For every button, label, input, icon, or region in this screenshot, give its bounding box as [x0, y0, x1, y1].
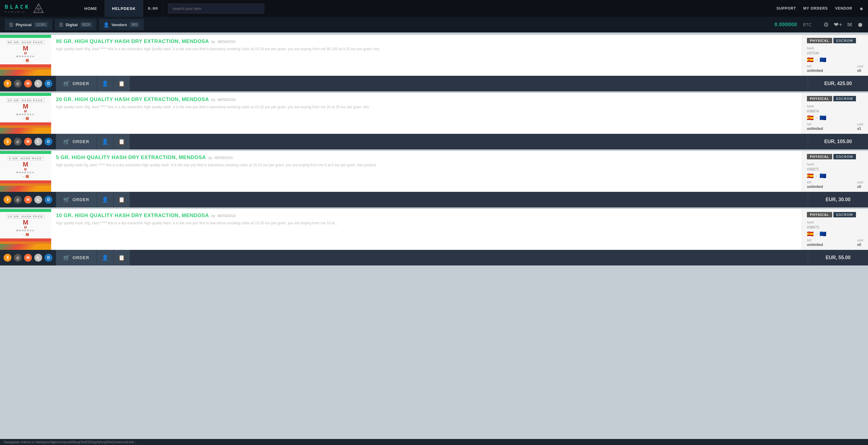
status-text: Ожидание ответа от blackpyoc3gbnrlvxqvvy… — [4, 440, 137, 444]
flag-from: 🇪🇸 — [807, 231, 813, 237]
product-top: 5 GR. HASH PACK M M MENDOSA → 🧱 5 GR. HI… — [0, 151, 868, 192]
product-title: 5 GR. HIGH QUALITY HASH DRY EXTRACTION, … — [56, 155, 206, 161]
product-top: 95 GR. HASH PACK M M MENDOSA → 🧱 95 GR. … — [0, 35, 868, 76]
profile-icon: 👤 — [102, 196, 108, 203]
dash-icon: D — [44, 138, 52, 145]
dash-icon: D — [44, 254, 52, 262]
flag-to: 🇪🇺 — [819, 231, 826, 237]
litecoin-icon: Ł — [34, 254, 42, 262]
meta-stock-row: left unlimited sold x0 — [807, 64, 863, 73]
meta-type-label: hash — [807, 162, 814, 166]
product-vendor[interactable]: MENDOSA — [218, 40, 236, 44]
badge-type: PHYSICAL — [807, 212, 832, 217]
power-icon[interactable]: ⏺ — [857, 21, 863, 28]
nav-search-area — [163, 4, 776, 13]
litecoin-icon: Ł — [34, 138, 42, 145]
flag-from: 🇪🇸 — [807, 173, 813, 179]
nav-vendor[interactable]: VENDOR — [835, 6, 852, 10]
product-info: 5 GR. HIGH QUALITY HASH DRY EXTRACTION, … — [51, 151, 802, 192]
nav-helpdesk[interactable]: HELPDESK — [105, 0, 143, 17]
meta-type-label: hash — [807, 46, 814, 50]
meta-type-label: hash — [807, 220, 814, 224]
left-label: left — [807, 238, 823, 242]
note-action-btn[interactable]: 📋 — [113, 76, 130, 92]
order-button[interactable]: 🛒 ORDER — [56, 134, 97, 149]
badge-row: PHYSICAL ESCROW — [807, 154, 856, 159]
meta-stock-row: left unlimited sold x1 — [807, 123, 863, 131]
product-vendor[interactable]: MENDOSA — [218, 98, 236, 102]
second-nav-icons: ⚙ ❤+ ✉ ⏺ — [824, 21, 863, 28]
note-action-btn[interactable]: 📋 — [113, 134, 130, 149]
left-value: unlimited — [807, 243, 823, 247]
product-list: 95 GR. HASH PACK M M MENDOSA → 🧱 95 GR. … — [0, 32, 868, 269]
order-label: ORDER — [72, 255, 89, 260]
btc-unit: BTC — [803, 22, 811, 27]
nav-home[interactable]: HOME — [77, 0, 105, 17]
meta-type-label: hash — [807, 104, 814, 108]
order-label: ORDER — [72, 81, 89, 86]
sold-label: sold — [857, 238, 863, 242]
btc-balance: 0.000000 — [775, 22, 797, 27]
badge-row: PHYSICAL ESCROW — [807, 96, 856, 101]
action-icons: 👤 📋 — [97, 76, 130, 92]
profile-action-btn[interactable]: 👤 — [97, 76, 113, 92]
badge-type: PHYSICAL — [807, 38, 832, 43]
dash-icon: D — [44, 80, 52, 88]
order-button[interactable]: 🛒 ORDER — [56, 76, 97, 92]
product-title-row: 5 GR. HIGH QUALITY HASH DRY EXTRACTION, … — [56, 155, 797, 161]
profile-action-btn[interactable]: 👤 — [97, 250, 113, 266]
product-title-row: 95 GR. HIGH QUALITY HASH DRY EXTRACTION,… — [56, 38, 797, 44]
search-input[interactable] — [168, 4, 264, 13]
settings-icon[interactable]: ⚙ — [824, 21, 829, 28]
at-icon: @ — [14, 254, 22, 262]
nav-links: HOME HELPDESK B↓Br — [77, 0, 163, 17]
mail-icon[interactable]: ✉ — [847, 21, 852, 28]
arrow-icon: → — [815, 232, 818, 236]
product-bottom: ₿ @ M Ł D 🛒 ORDER 👤 📋 EUR, 30.00 — [0, 192, 868, 207]
product-image: 10 GR. HASH PACK M M MENDOSA → 🧱 — [0, 209, 51, 250]
product-vendor[interactable]: MENDOSA — [215, 156, 233, 160]
flag-to: 🇪🇺 — [819, 57, 826, 63]
order-button[interactable]: 🛒 ORDER — [56, 192, 97, 207]
flag-from: 🇪🇸 — [807, 114, 813, 121]
meta-stock-row: left unlimited sold x0 — [807, 180, 863, 189]
nav-bb[interactable]: B↓Br — [143, 0, 163, 17]
digital-category-btn[interactable]: ☰ Digital 8028 — [55, 19, 96, 30]
arrow-icon: → — [815, 116, 818, 120]
physical-category-btn[interactable]: ☰ Physical 31381 — [5, 19, 52, 30]
flag-from: 🇪🇸 — [807, 57, 813, 63]
product-card: 95 GR. HASH PACK M M MENDOSA → 🧱 95 GR. … — [0, 35, 868, 92]
vendors-category-btn[interactable]: 👤 Vendors 905 — [99, 19, 144, 30]
meta-left: left unlimited — [807, 238, 823, 247]
note-action-btn[interactable]: 📋 — [113, 250, 130, 266]
meta-left: left unlimited — [807, 123, 823, 131]
cart-icon: 🛒 — [63, 80, 70, 87]
flag-to: 🇪🇺 — [819, 114, 826, 121]
cart-icon: 🛒 — [63, 254, 70, 261]
product-by: by — [211, 40, 215, 44]
arrow-icon: → — [815, 58, 818, 62]
profile-icon: 👤 — [102, 80, 108, 87]
profile-action-btn[interactable]: 👤 — [97, 192, 113, 207]
profile-action-btn[interactable]: 👤 — [97, 134, 113, 149]
monero-icon: M — [24, 80, 32, 88]
sold-label: sold — [857, 64, 863, 68]
badge-type: PHYSICAL — [807, 154, 832, 159]
note-action-btn[interactable]: 📋 — [113, 192, 130, 207]
product-title: 20 GR. HIGH QUALITY HASH DRY EXTRACTION,… — [56, 97, 209, 103]
order-button[interactable]: 🛒 ORDER — [56, 250, 97, 266]
meta-id: #37534 — [807, 51, 819, 55]
profile-icon: 👤 — [102, 138, 108, 145]
product-title-row: 10 GR. HIGH QUALITY HASH DRY EXTRACTION,… — [56, 213, 797, 218]
product-price: EUR, 55.00 — [808, 250, 868, 266]
action-icons: 👤 📋 — [97, 192, 130, 207]
heart-plus-icon[interactable]: ❤+ — [834, 21, 842, 28]
nav-my-orders[interactable]: MY ORDERS — [803, 6, 828, 10]
product-vendor[interactable]: MENDOSA — [218, 214, 236, 218]
meta-sold: sold x1 — [857, 123, 863, 131]
nav-support[interactable]: SUPPORT — [776, 6, 796, 10]
left-label: left — [807, 64, 823, 68]
user-icon[interactable]: ● — [860, 5, 863, 12]
product-image: 95 GR. HASH PACK M M MENDOSA → 🧱 — [0, 35, 51, 76]
shipping-flags: 🇪🇸 → 🇪🇺 — [807, 114, 826, 121]
